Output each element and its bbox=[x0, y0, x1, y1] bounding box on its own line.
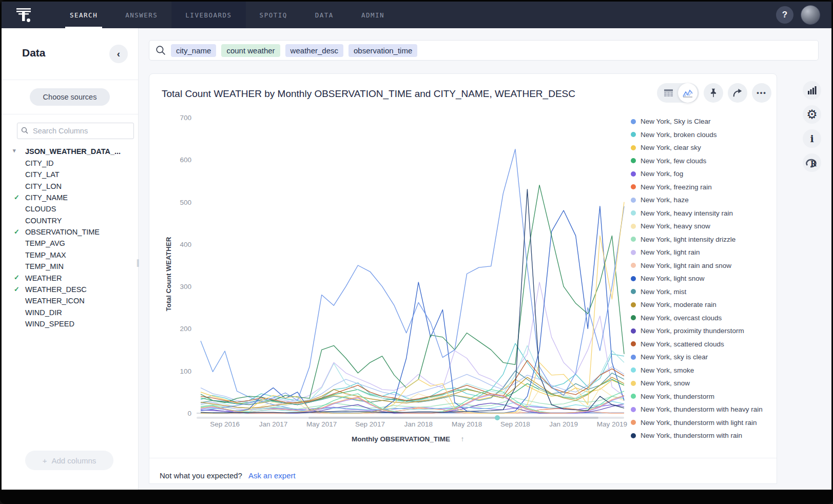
legend-item[interactable]: New York, heavy intensity rain bbox=[631, 207, 776, 220]
top-navbar: SEARCHANSWERSLIVEBOARDSSPOTIQDATAADMIN ? bbox=[2, 2, 831, 28]
legend-item[interactable]: New York, snow bbox=[631, 377, 776, 390]
legend-item[interactable]: New York, overcast clouds bbox=[631, 312, 776, 325]
pin-icon bbox=[708, 87, 719, 99]
legend-item[interactable]: New York, thunderstorm with heavy rain bbox=[631, 403, 776, 416]
column-item-city_id[interactable]: CITY_ID bbox=[2, 158, 138, 169]
legend-item[interactable]: New York, proximity thunderstorm bbox=[631, 324, 776, 338]
column-item-weather_icon[interactable]: WEATHER_ICON bbox=[2, 296, 138, 307]
chart-view-button[interactable] bbox=[678, 83, 698, 103]
column-item-wind_dir[interactable]: WIND_DIR bbox=[2, 307, 138, 318]
column-item-city_lat[interactable]: CITY_LAT bbox=[2, 169, 138, 181]
chart-toolbar: ••• bbox=[657, 83, 771, 103]
legend-item[interactable]: New York, moderate rain bbox=[631, 298, 776, 312]
y-axis-title: Total Count WEATHER bbox=[165, 237, 172, 311]
legend-item[interactable]: New York, haze bbox=[631, 193, 776, 207]
chevron-down-icon[interactable]: ▾ bbox=[13, 147, 16, 155]
legend-dot bbox=[631, 250, 636, 255]
search-token-weather_desc[interactable]: weather_desc bbox=[285, 44, 343, 57]
legend-label: New York, clear sky bbox=[641, 144, 701, 151]
search-columns-input[interactable] bbox=[17, 123, 134, 139]
legend-item[interactable]: New York, heavy snow bbox=[631, 220, 776, 233]
settings-button[interactable]: ⚙ bbox=[803, 105, 821, 124]
search-token-count-weather[interactable]: count weather bbox=[221, 44, 280, 57]
legend-label: New York, snow bbox=[641, 379, 690, 387]
nav-tab-answers[interactable]: ANSWERS bbox=[111, 2, 171, 28]
nav-tab-search[interactable]: SEARCH bbox=[56, 2, 111, 28]
legend-item[interactable]: New York, thunderstorm with rain bbox=[631, 429, 776, 442]
help-button[interactable]: ? bbox=[776, 6, 793, 24]
legend-dot bbox=[631, 341, 636, 346]
svg-text:May 2019: May 2019 bbox=[597, 420, 627, 428]
thoughtspot-logo-icon[interactable] bbox=[15, 6, 32, 24]
series-line[interactable] bbox=[201, 202, 624, 413]
pin-button[interactable] bbox=[704, 83, 723, 103]
legend-dot bbox=[631, 158, 636, 163]
table-name[interactable]: ▾JSON_WEATHER_DATA_... bbox=[2, 146, 138, 158]
legend-item[interactable]: New York, fog bbox=[631, 167, 776, 181]
nav-tab-admin[interactable]: ADMIN bbox=[347, 2, 398, 28]
search-token-city_name[interactable]: city_name bbox=[171, 44, 216, 57]
user-avatar[interactable] bbox=[801, 5, 820, 25]
ask-an-expert-link[interactable]: Ask an expert bbox=[248, 471, 296, 480]
column-item-clouds[interactable]: CLOUDS bbox=[2, 204, 138, 215]
nav-tab-data[interactable]: DATA bbox=[301, 2, 347, 28]
choose-sources-button[interactable]: Choose sources bbox=[30, 88, 110, 106]
nav-tab-liveboards[interactable]: LIVEBOARDS bbox=[171, 2, 245, 28]
sidebar-resize-handle[interactable]: ∥ bbox=[136, 258, 141, 272]
legend-label: New York, moderate rain bbox=[641, 301, 716, 308]
legend-item[interactable]: New York, smoke bbox=[631, 364, 776, 377]
series-line[interactable] bbox=[201, 149, 624, 411]
legend-item[interactable]: New York, thunderstorm bbox=[631, 390, 776, 403]
sidebar-collapse-button[interactable]: ‹ bbox=[109, 45, 128, 63]
legend-item[interactable]: New York, freezing rain bbox=[631, 181, 776, 194]
x-axis-title: Monthly OBSERVATION_TIME bbox=[352, 435, 450, 443]
check-icon: ✓ bbox=[14, 274, 20, 282]
column-item-city_lon[interactable]: CITY_LON bbox=[2, 181, 138, 192]
column-item-temp_avg[interactable]: TEMP_AVG bbox=[2, 238, 138, 249]
search-token-observation_time[interactable]: observation_time bbox=[348, 44, 417, 57]
nav-tab-spotiq[interactable]: SPOTIQ bbox=[246, 2, 301, 28]
chart-type-button[interactable] bbox=[803, 81, 821, 100]
svg-text:100: 100 bbox=[180, 367, 191, 375]
column-item-country[interactable]: COUNTRY bbox=[2, 215, 138, 226]
legend-item[interactable]: New York, light rain bbox=[631, 246, 776, 259]
add-columns-button[interactable]: + Add columns bbox=[25, 451, 113, 470]
svg-text:Jan 2018: Jan 2018 bbox=[404, 420, 433, 428]
search-bar[interactable]: city_namecount weatherweather_descobserv… bbox=[149, 40, 819, 61]
legend-item[interactable]: New York, few clouds bbox=[631, 154, 776, 168]
line-chart[interactable]: 0100200300400500600700Sep 2016Jan 2017Ma… bbox=[160, 105, 632, 448]
series-line[interactable] bbox=[201, 185, 624, 403]
column-item-weather[interactable]: ✓WEATHER bbox=[2, 273, 138, 284]
legend-label: New York, mist bbox=[641, 288, 686, 296]
legend-item[interactable]: New York, clear sky bbox=[631, 141, 776, 154]
column-item-wind_speed[interactable]: WIND_SPEED bbox=[2, 319, 138, 330]
column-item-observation_time[interactable]: ✓OBSERVATION_TIME bbox=[2, 227, 138, 238]
legend-item[interactable]: New York, mist bbox=[631, 285, 776, 299]
legend-item[interactable]: New York, Sky is Clear bbox=[631, 115, 776, 128]
series-line[interactable] bbox=[201, 206, 624, 413]
legend-item[interactable]: New York, scattered clouds bbox=[631, 338, 776, 351]
column-item-city_name[interactable]: ✓CITY_NAME bbox=[2, 192, 138, 204]
column-item-weather_desc[interactable]: ✓WEATHER_DESC bbox=[2, 284, 138, 296]
info-button[interactable]: i bbox=[803, 129, 821, 148]
legend-item[interactable]: New York, sky is clear bbox=[631, 351, 776, 364]
legend-item[interactable]: New York, light snow bbox=[631, 272, 776, 285]
legend-dot bbox=[631, 132, 636, 137]
legend-label: New York, thunderstorm with heavy rain bbox=[641, 405, 763, 413]
legend-item[interactable]: New York, broken clouds bbox=[631, 128, 776, 142]
legend-item[interactable]: New York, thunderstorm with light rain bbox=[631, 416, 776, 430]
legend-item[interactable]: New York, light intensity drizzle bbox=[631, 233, 776, 246]
plus-icon: + bbox=[43, 456, 47, 465]
legend-label: New York, sky is clear bbox=[641, 353, 708, 361]
column-item-temp_min[interactable]: TEMP_MIN bbox=[2, 261, 138, 273]
r-analysis-button[interactable]: R bbox=[803, 153, 821, 172]
table-view-button[interactable] bbox=[658, 83, 678, 103]
legend-label: New York, haze bbox=[641, 196, 689, 204]
legend-item[interactable]: New York, light rain and snow bbox=[631, 259, 776, 273]
more-options-button[interactable]: ••• bbox=[752, 83, 771, 103]
share-button[interactable] bbox=[728, 83, 747, 103]
legend-dot bbox=[631, 407, 636, 412]
series-line[interactable] bbox=[201, 189, 624, 413]
column-item-temp_max[interactable]: TEMP_MAX bbox=[2, 249, 138, 261]
right-rail: ⚙ i R bbox=[803, 81, 822, 172]
